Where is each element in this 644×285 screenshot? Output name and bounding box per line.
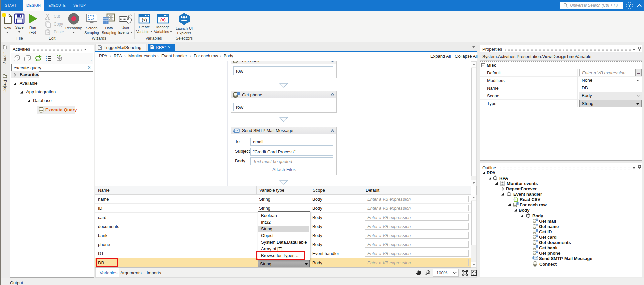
svg-text:(x): (x) xyxy=(142,17,147,22)
svg-text:(x): (x) xyxy=(160,17,166,22)
